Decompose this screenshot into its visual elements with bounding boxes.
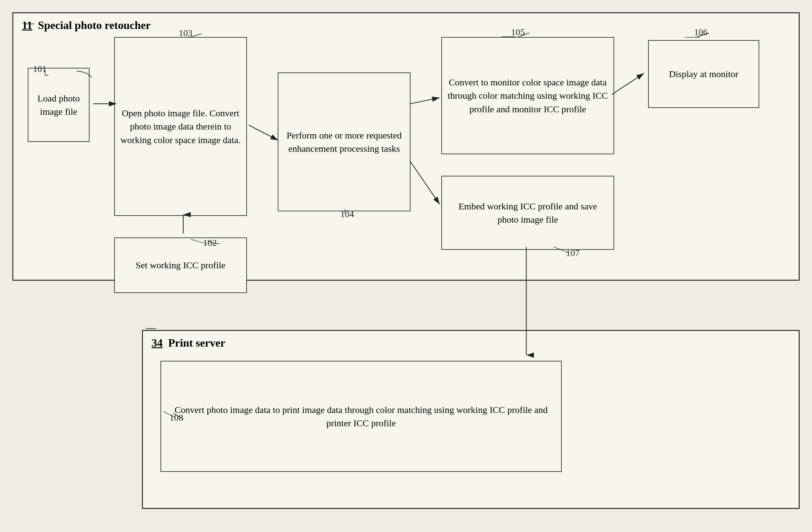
box-103-text: Open photo image file. Convert photo ima… (120, 106, 241, 147)
box-105: Convert to monitor color space image dat… (441, 37, 614, 154)
box-107-text: Embed working ICC profile and save photo… (447, 200, 609, 226)
box-108-text: Convert photo image data to print image … (166, 403, 556, 430)
box-103: Open photo image file. Convert photo ima… (114, 37, 247, 216)
box-101-text: Load photo image file (33, 92, 84, 118)
top-box-label: 11 Special photo retoucher (22, 19, 150, 32)
box-107: Embed working ICC profile and save photo… (441, 176, 614, 250)
box-102: Set working ICC profile (114, 237, 247, 293)
box-106-text: Display at monitor (669, 67, 739, 81)
bottom-box-label: 34 Print server (151, 337, 225, 350)
box-101: Load photo image file (28, 68, 89, 142)
box-104-text: Perform one or more requested enhancemen… (283, 129, 405, 156)
box-105-text: Convert to monitor color space image dat… (447, 76, 609, 116)
box-108: Convert photo image data to print image … (160, 361, 562, 472)
box-106: Display at monitor (648, 40, 759, 108)
box-104: Perform one or more requested enhancemen… (278, 73, 410, 211)
box-102-text: Set working ICC profile (136, 258, 226, 272)
